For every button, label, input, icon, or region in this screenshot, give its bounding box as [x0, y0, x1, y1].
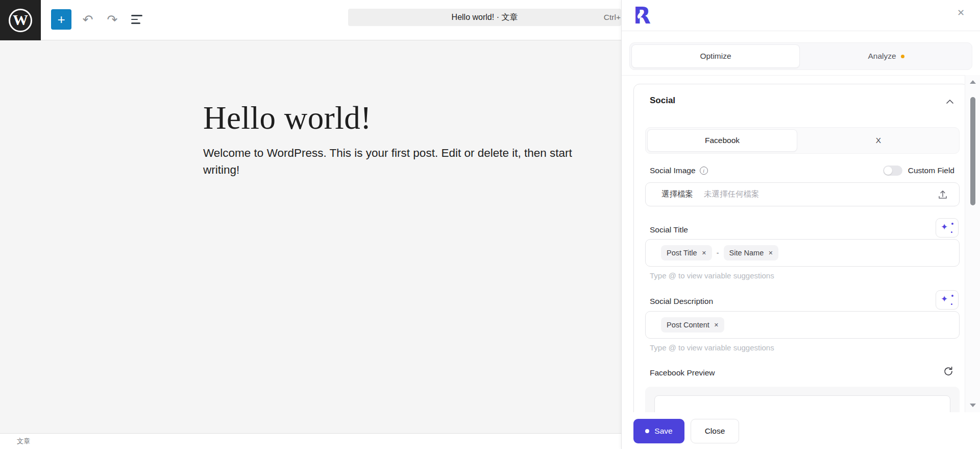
tab-facebook[interactable]: Facebook — [647, 129, 797, 152]
breadcrumb-post-type[interactable]: 文章 — [17, 437, 30, 446]
tag-label: Post Title — [667, 249, 697, 257]
tab-x-label: X — [876, 136, 881, 145]
tab-analyze-label: Analyze — [868, 52, 896, 61]
editor-canvas: Hello world! Welcome to WordPress. This … — [0, 41, 621, 433]
list-view-icon — [131, 15, 142, 24]
save-button-label: Save — [654, 427, 672, 436]
scroll-up-button[interactable] — [970, 80, 976, 84]
plus-icon: + — [57, 12, 65, 27]
tab-optimize[interactable]: Optimize — [631, 44, 800, 68]
scrollbar-thumb[interactable] — [970, 97, 975, 205]
redo-icon: ↷ — [107, 13, 118, 26]
wordpress-logo-icon: W — [9, 9, 32, 32]
refresh-preview-button[interactable] — [942, 365, 955, 378]
chevron-up-icon — [944, 97, 955, 108]
social-description-input[interactable]: Post Content ✕ — [645, 311, 960, 339]
remove-tag-icon[interactable]: ✕ — [714, 322, 719, 328]
panel-close-button[interactable]: ✕ — [957, 8, 965, 17]
post-paragraph-block[interactable]: Welcome to WordPress. This is your first… — [203, 145, 592, 178]
sparkle-icon: ✦ — [941, 223, 948, 231]
close-button-label: Close — [705, 427, 725, 435]
wordpress-editor-screen: W + ↶ ↷ Hello world! · 文章 Ctrl+ Hello wo… — [0, 0, 980, 449]
social-description-label-row: Social Description — [650, 297, 713, 306]
undo-icon: ↶ — [83, 13, 93, 26]
panel-tab-bar: Optimize Analyze — [629, 42, 972, 70]
file-status-text: 未選擇任何檔案 — [704, 189, 760, 200]
collapse-section-button[interactable] — [944, 97, 955, 108]
title-helper-text: Type @ to view variable suggestions — [650, 271, 774, 280]
refresh-icon — [942, 365, 954, 377]
rank-math-logo-icon: R — [633, 5, 654, 26]
sparkle-icon: ✦ — [941, 295, 948, 303]
panel-header: R ✕ — [622, 0, 980, 31]
panel-footer: Save Close — [622, 412, 980, 449]
choose-file-button[interactable]: 選擇檔案 — [662, 189, 693, 200]
document-title-label: Hello world! · 文章 — [452, 12, 518, 23]
ai-generate-description-button[interactable]: ✦ — [936, 290, 959, 310]
panel-scroll-area: Social Facebook X Social Image — [622, 75, 980, 412]
post-title-block[interactable]: Hello world! — [203, 100, 372, 137]
document-overview-button[interactable] — [127, 9, 147, 30]
editor-top-bar: W + ↶ ↷ Hello world! · 文章 Ctrl+ — [0, 0, 621, 40]
facebook-preview-container — [645, 387, 960, 412]
facebook-preview-image-placeholder — [654, 395, 950, 412]
ai-generate-title-button[interactable]: ✦ — [936, 218, 959, 238]
command-palette-button[interactable]: Hello world! · 文章 Ctrl+ — [348, 9, 621, 26]
variable-tag-post-content: Post Content ✕ — [661, 317, 724, 333]
wordpress-w-glyph: W — [13, 12, 28, 28]
tab-analyze[interactable]: Analyze — [801, 43, 971, 69]
toggle-knob — [884, 167, 892, 175]
block-inserter-button[interactable]: + — [51, 9, 71, 30]
rank-math-panel: R ✕ Optimize Analyze Social — [621, 0, 980, 449]
tab-x[interactable]: X — [799, 128, 958, 153]
remove-tag-icon[interactable]: ✕ — [702, 250, 706, 256]
redo-button[interactable]: ↷ — [102, 9, 122, 30]
social-network-tab-bar: Facebook X — [645, 127, 960, 154]
close-button[interactable]: Close — [691, 419, 739, 443]
variable-tag-site-name: Site Name ✕ — [724, 245, 779, 261]
social-section-heading: Social — [650, 96, 675, 106]
tab-facebook-label: Facebook — [705, 136, 740, 145]
unsaved-changes-dot — [645, 429, 649, 433]
tab-optimize-label: Optimize — [700, 52, 731, 61]
social-description-label: Social Description — [650, 297, 713, 305]
wordpress-logo-button[interactable]: W — [0, 0, 41, 40]
editor-footer-bar: 文章 — [0, 433, 621, 449]
tag-separator: - — [717, 249, 719, 257]
tag-label: Site Name — [729, 249, 764, 257]
scroll-down-button[interactable] — [970, 404, 976, 407]
info-icon[interactable]: i — [700, 167, 708, 175]
description-helper-text: Type @ to view variable suggestions — [650, 343, 774, 352]
upload-icon — [937, 188, 949, 201]
social-image-row: Social Image i Custom Field — [650, 166, 954, 176]
close-icon: ✕ — [957, 8, 965, 18]
variable-tag-post-title: Post Title ✕ — [661, 245, 712, 261]
keyboard-shortcut-hint: Ctrl+ — [604, 13, 621, 22]
facebook-preview-label: Facebook Preview — [650, 368, 715, 377]
undo-button[interactable]: ↶ — [78, 9, 98, 30]
custom-field-toggle[interactable] — [883, 166, 902, 176]
social-settings-card: Social Facebook X Social Image — [633, 84, 968, 412]
social-image-file-input[interactable]: 選擇檔案 未選擇任何檔案 — [645, 182, 960, 206]
tag-label: Post Content — [667, 321, 709, 329]
custom-field-label: Custom Field — [908, 166, 954, 175]
remove-tag-icon[interactable]: ✕ — [768, 250, 773, 256]
save-button[interactable]: Save — [633, 419, 684, 443]
social-title-label-row: Social Title — [650, 225, 688, 234]
social-title-label: Social Title — [650, 225, 688, 234]
social-title-input[interactable]: Post Title ✕ - Site Name ✕ — [645, 239, 960, 267]
analyze-notification-dot — [901, 55, 904, 58]
social-image-label: Social Image — [650, 166, 696, 175]
facebook-preview-label-row: Facebook Preview — [650, 368, 715, 377]
panel-scrollbar — [965, 75, 980, 412]
